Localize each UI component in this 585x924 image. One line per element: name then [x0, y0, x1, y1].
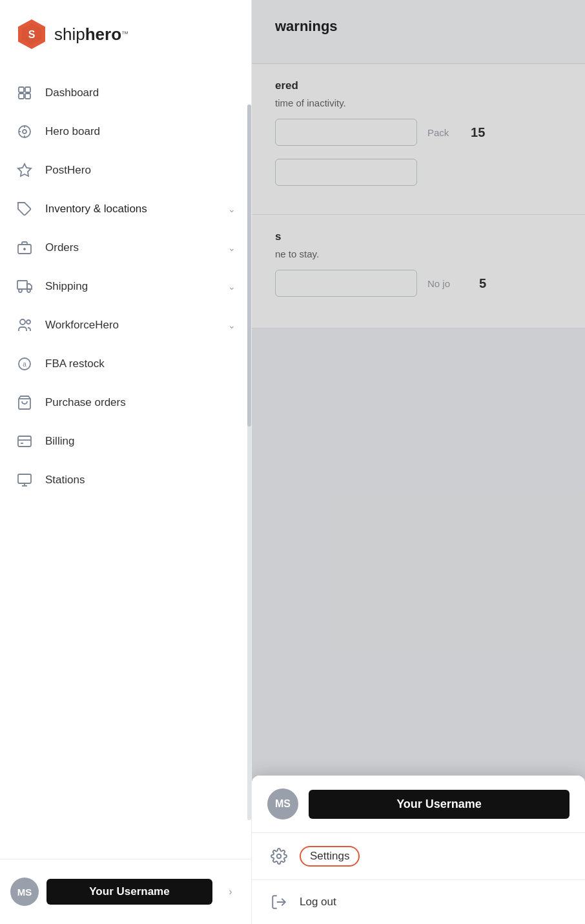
- scrollbar-thumb: [247, 105, 251, 427]
- popup-username-badge: Your Username: [309, 790, 570, 819]
- fba-icon: a: [15, 355, 34, 373]
- avatar: MS: [10, 878, 39, 906]
- sidebar-item-label-posthero: PostHero: [45, 164, 236, 177]
- sidebar-nav: Dashboard Hero board: [0, 66, 251, 507]
- sidebar-item-posthero[interactable]: PostHero: [0, 151, 251, 190]
- posthero-icon: [15, 161, 34, 179]
- svg-rect-5: [19, 94, 24, 99]
- svg-point-19: [27, 289, 30, 292]
- svg-rect-28: [18, 474, 31, 483]
- billing-icon: [15, 432, 34, 450]
- sidebar-item-fba[interactable]: a FBA restock: [0, 345, 251, 383]
- logo-text: shiphero™: [54, 25, 128, 45]
- orders-chevron-icon: ⌄: [228, 243, 236, 253]
- popup-avatar: MS: [267, 788, 298, 819]
- svg-rect-4: [25, 87, 30, 92]
- sidebar-user-row[interactable]: MS Your Username ›: [0, 870, 251, 914]
- sidebar-item-stations[interactable]: Stations: [0, 461, 251, 499]
- sidebar-item-label-inventory: Inventory & locations: [45, 203, 216, 216]
- svg-point-18: [19, 289, 22, 292]
- popup-card: MS Your Username Settings: [252, 776, 585, 924]
- svg-rect-17: [17, 281, 27, 289]
- sidebar-item-dashboard[interactable]: Dashboard: [0, 74, 251, 112]
- gear-icon: [270, 847, 288, 865]
- svg-point-20: [20, 319, 25, 325]
- stations-icon: [15, 471, 34, 489]
- sidebar-bottom: MS Your Username ›: [0, 859, 251, 924]
- sidebar-item-label-stations: Stations: [45, 474, 236, 487]
- sidebar-expand-button[interactable]: ›: [220, 881, 241, 902]
- main-content: warnings ered time of inactivity. min ▲ …: [252, 0, 585, 924]
- svg-rect-25: [18, 436, 31, 447]
- orders-icon: [15, 239, 34, 257]
- sidebar-item-purchase[interactable]: Purchase orders: [0, 383, 251, 422]
- popup-settings-item[interactable]: Settings: [252, 833, 585, 880]
- scrollbar-track: [247, 105, 251, 820]
- sidebar-item-inventory[interactable]: Inventory & locations ⌄: [0, 190, 251, 228]
- svg-point-31: [277, 854, 282, 859]
- sidebar-item-workforce[interactable]: WorkforceHero ⌄: [0, 306, 251, 345]
- shipping-icon: [15, 277, 34, 296]
- chevron-down-icon: ⌄: [228, 204, 236, 214]
- sidebar-item-label-billing: Billing: [45, 435, 236, 448]
- sidebar-item-label-purchase: Purchase orders: [45, 396, 236, 409]
- svg-point-21: [26, 320, 30, 324]
- popup-logout-item[interactable]: Log out: [252, 880, 585, 924]
- sidebar-item-billing[interactable]: Billing: [0, 422, 251, 461]
- sidebar-nav-wrapper: Dashboard Hero board: [0, 66, 251, 859]
- logout-icon: [270, 893, 288, 911]
- svg-marker-12: [18, 164, 31, 176]
- popup-user-row: MS Your Username: [252, 776, 585, 833]
- sidebar-item-shipping[interactable]: Shipping ⌄: [0, 267, 251, 306]
- sidebar-item-heroboard[interactable]: Hero board: [0, 112, 251, 151]
- shiphero-logo-icon: S: [15, 18, 48, 50]
- sidebar-item-label-orders: Orders: [45, 241, 216, 254]
- svg-point-8: [23, 130, 26, 134]
- sidebar-item-label-dashboard: Dashboard: [45, 86, 236, 99]
- svg-rect-3: [19, 87, 24, 92]
- popup-settings-label[interactable]: Settings: [300, 846, 360, 867]
- logo-area: S shiphero™: [0, 0, 251, 66]
- svg-text:S: S: [28, 29, 36, 40]
- sidebar-item-orders[interactable]: Orders ⌄: [0, 228, 251, 267]
- inventory-icon: [15, 200, 34, 218]
- workforce-icon: [15, 316, 34, 334]
- sidebar-item-label-fba: FBA restock: [45, 357, 236, 370]
- purchase-icon: [15, 394, 34, 412]
- sidebar-username-badge[interactable]: Your Username: [46, 879, 212, 905]
- sidebar-item-label-shipping: Shipping: [45, 280, 216, 293]
- sidebar-item-label-workforce: WorkforceHero: [45, 319, 216, 332]
- popup-logout-label[interactable]: Log out: [300, 896, 336, 909]
- svg-rect-6: [25, 94, 30, 99]
- shipping-chevron-icon: ⌄: [228, 281, 236, 292]
- workforce-chevron-icon: ⌄: [228, 320, 236, 330]
- svg-text:a: a: [23, 361, 26, 368]
- sidebar: S shiphero™ Dashboard: [0, 0, 252, 924]
- dashboard-icon: [15, 84, 34, 102]
- popup-overlay: MS Your Username Settings: [252, 0, 585, 924]
- sidebar-item-label-heroboard: Hero board: [45, 125, 236, 138]
- heroboard-icon: [15, 123, 34, 141]
